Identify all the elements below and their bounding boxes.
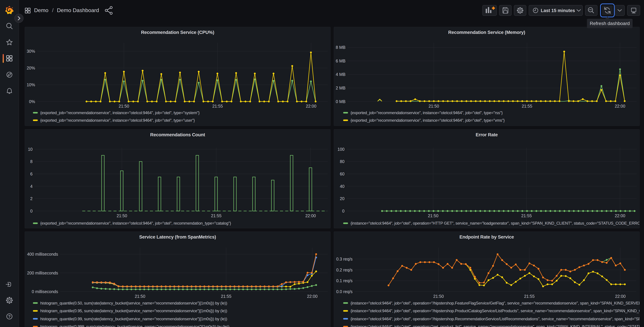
svg-text:/: / <box>52 7 54 13</box>
svg-text:Demo Dashboard: Demo Dashboard <box>57 7 99 13</box>
svg-text:?: ? <box>8 314 11 319</box>
svg-text:Last 15 minutes: Last 15 minutes <box>541 8 575 13</box>
svg-text:Demo: Demo <box>34 7 48 13</box>
svg-text:Refresh dashboard: Refresh dashboard <box>590 21 630 26</box>
